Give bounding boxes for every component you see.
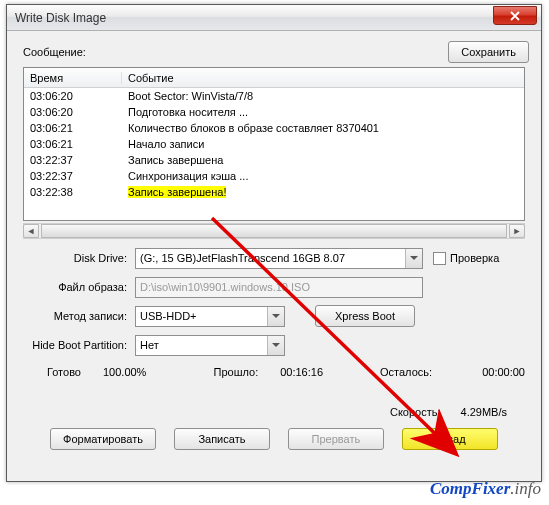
verify-checkbox[interactable]: Проверка [433, 252, 499, 265]
log-row[interactable]: 03:06:21Начало записи [24, 136, 524, 152]
log-row[interactable]: 03:22:37Синхронизация кэша ... [24, 168, 524, 184]
save-button[interactable]: Сохранить [448, 41, 529, 63]
log-row[interactable]: 03:06:21Количество блоков в образе соста… [24, 120, 524, 136]
write-disk-image-window: Write Disk Image Сообщение: Сохранить Вр… [6, 4, 542, 482]
hide-boot-label: Hide Boot Partition: [23, 339, 135, 351]
col-time[interactable]: Время [24, 72, 122, 84]
watermark-b: .info [510, 479, 541, 498]
speed-value: 4.29MB/s [461, 406, 507, 418]
remaining-value: 00:00:00 [482, 366, 525, 378]
checkbox-box[interactable] [433, 252, 446, 265]
format-button[interactable]: Форматировать [50, 428, 156, 450]
hide-boot-combo[interactable]: Нет [135, 335, 285, 356]
log-event: Количество блоков в образе составляет 83… [122, 122, 524, 134]
log-event: Boot Sector: WinVista/7/8 [122, 90, 524, 102]
write-method-label: Метод записи: [23, 310, 135, 322]
log-event: Подготовка носителя ... [122, 106, 524, 118]
xpress-boot-button[interactable]: Xpress Boot [315, 305, 415, 327]
disk-drive-label: Disk Drive: [23, 252, 135, 264]
close-button[interactable] [493, 6, 537, 25]
log-time: 03:22:37 [24, 170, 122, 182]
col-event[interactable]: Событие [122, 72, 524, 84]
watermark-a: CompFixer [430, 479, 510, 498]
percent-value: 100.00% [103, 366, 146, 378]
titlebar[interactable]: Write Disk Image [7, 5, 541, 31]
close-icon [510, 11, 520, 21]
scroll-right-arrow[interactable]: ► [509, 224, 525, 238]
speed-row: Скорость: 4.29MB/s [23, 406, 507, 418]
write-method-combo[interactable]: USB-HDD+ [135, 306, 285, 327]
image-file-value: D:\iso\win10\9901.windows.10.ISO [140, 281, 310, 293]
chevron-down-icon[interactable] [405, 249, 422, 268]
hide-boot-value: Нет [140, 339, 280, 351]
button-row: Форматировать Записать Прервать Назад [13, 428, 535, 450]
message-label: Сообщение: [23, 46, 86, 58]
log-time: 03:06:21 [24, 122, 122, 134]
disk-drive-combo[interactable]: (G:, 15 GB)JetFlashTranscend 16GB 8.07 [135, 248, 423, 269]
log-header[interactable]: Время Событие [24, 68, 524, 88]
verify-label: Проверка [450, 252, 499, 264]
scroll-thumb[interactable] [41, 224, 507, 238]
image-file-field[interactable]: D:\iso\win10\9901.windows.10.ISO [135, 277, 423, 298]
status-row: Готово 100.00% Прошло: 00:16:16 Осталось… [23, 366, 525, 378]
log-row[interactable]: 03:06:20Подготовка носителя ... [24, 104, 524, 120]
log-list[interactable]: Время Событие 03:06:20Boot Sector: WinVi… [23, 67, 525, 221]
log-event: Начало записи [122, 138, 524, 150]
elapsed-label: Прошло: [214, 366, 259, 378]
ready-label: Готово [47, 366, 81, 378]
log-time: 03:06:21 [24, 138, 122, 150]
window-title: Write Disk Image [15, 11, 106, 25]
log-time: 03:06:20 [24, 90, 122, 102]
log-time: 03:22:38 [24, 186, 122, 198]
write-button[interactable]: Записать [174, 428, 270, 450]
log-row[interactable]: 03:22:38Запись завершена! [24, 184, 524, 200]
log-row[interactable]: 03:06:20Boot Sector: WinVista/7/8 [24, 88, 524, 104]
remaining-label: Осталось: [380, 366, 432, 378]
horizontal-scrollbar[interactable]: ◄ ► [23, 223, 525, 239]
log-event: Запись завершена [122, 154, 524, 166]
image-file-label: Файл образа: [23, 281, 135, 293]
log-row[interactable]: 03:22:37Запись завершена [24, 152, 524, 168]
disk-drive-value: (G:, 15 GB)JetFlashTranscend 16GB 8.07 [140, 252, 418, 264]
abort-button: Прервать [288, 428, 384, 450]
elapsed-value: 00:16:16 [280, 366, 323, 378]
scroll-left-arrow[interactable]: ◄ [23, 224, 39, 238]
write-method-value: USB-HDD+ [140, 310, 280, 322]
chevron-down-icon[interactable] [267, 307, 284, 326]
log-event: Запись завершена! [122, 186, 524, 198]
watermark: CompFixer.info [430, 479, 541, 499]
chevron-down-icon[interactable] [267, 336, 284, 355]
log-time: 03:22:37 [24, 154, 122, 166]
speed-label: Скорость: [390, 406, 441, 418]
client-area: Сообщение: Сохранить Время Событие 03:06… [13, 37, 535, 475]
log-event: Синхронизация кэша ... [122, 170, 524, 182]
log-time: 03:06:20 [24, 106, 122, 118]
back-button[interactable]: Назад [402, 428, 498, 450]
